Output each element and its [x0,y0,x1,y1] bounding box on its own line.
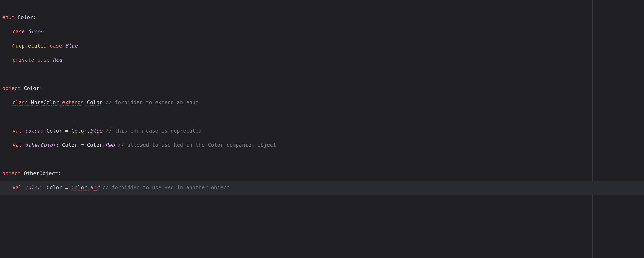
code-line[interactable]: val otherColor: Color = Color.Red // all… [0,138,644,152]
space [22,128,25,134]
enum-case: Blue [65,43,78,49]
space [59,142,62,148]
code-line[interactable]: enum Color: [0,10,644,25]
keyword-case: case [12,29,25,35]
code-line-current[interactable]: val color: Color = Color.Red // forbidde… [0,181,644,195]
comment: // allowed to use Red in the Color compa… [118,142,276,148]
colon: : [40,128,43,134]
space [78,142,80,148]
comment: // forbidden to use Red in another objec… [102,185,230,191]
enum-case: Green [28,29,43,35]
space [62,128,65,134]
space [102,128,106,134]
comment: // forbidden to extend an enum [106,99,198,105]
dot-warn: . [87,128,90,135]
keyword-enum: enum [2,15,14,21]
space-error [28,99,31,106]
space [44,185,46,191]
keyword-case: case [50,43,62,49]
qualifier: Color [87,142,102,148]
qualifier-warn: Color [72,128,87,135]
space [115,142,118,148]
equals: = [65,185,68,191]
type-ref: Color [46,128,62,134]
keyword-val: val [12,128,22,134]
space [68,185,71,191]
code-line-blank[interactable] [0,152,644,166]
colon: : [56,142,59,148]
keyword-private: private [12,57,34,63]
val-name: color [25,185,40,191]
keyword-extends-error: extends [62,99,84,106]
space-error [84,99,87,106]
space [46,43,50,49]
keyword-object: object [2,85,21,91]
space [21,85,24,91]
type-ref: Color [46,185,62,191]
comment: // this enum case is deprecated [106,128,202,134]
colon: : [33,15,36,21]
type-name: Color [18,15,33,21]
space [62,185,65,191]
space [102,99,106,105]
type-name: Color [24,85,39,91]
val-name: color [25,128,40,134]
code-line-blank[interactable] [0,67,644,81]
space [68,128,71,134]
code-line[interactable]: private case Red [0,53,644,67]
space [44,128,46,134]
keyword-val: val [12,185,22,191]
space [84,142,87,148]
enum-ref-deprecated: Blue [90,128,102,135]
space-error [59,99,62,106]
space [14,15,18,21]
dot-error: . [87,185,90,191]
enum-ref: Red [106,142,115,148]
code-line[interactable]: val color: Color = Color.Blue // this en… [0,124,644,138]
type-ref: Color [62,142,78,148]
val-name: otherColor [25,142,56,148]
colon: : [58,171,61,177]
keyword-object: object [2,171,21,177]
keyword-val: val [12,142,22,148]
enum-case: Red [53,57,62,63]
class-name-error: MoreColor [31,99,59,106]
enum-ref-error: Red [90,185,99,191]
code-line[interactable]: case Green [0,25,644,39]
equals: = [65,128,68,134]
space [22,142,25,148]
code-line-blank[interactable] [0,110,644,124]
qualifier-error: Color [72,185,87,191]
space [50,57,52,63]
base-type-error: Color [87,99,102,106]
equals: = [81,142,84,148]
code-line[interactable]: class MoreColor extends Color // forbidd… [0,95,644,110]
keyword-case: case [37,57,50,63]
space [34,57,37,63]
space [21,171,24,177]
type-name: OtherObject [24,171,58,177]
dot: . [102,142,106,148]
code-editor[interactable]: enum Color: case Green @deprecated case … [0,0,644,258]
space [25,29,28,35]
keyword-class-error: class [12,99,28,106]
space [62,43,65,49]
annotation-deprecated: @deprecated [12,43,46,49]
code-line[interactable]: object OtherObject: [0,166,644,181]
colon: : [40,185,43,191]
space [22,185,25,191]
colon: : [39,85,42,91]
code-line[interactable]: object Color: [0,81,644,95]
space [100,185,102,191]
code-line[interactable]: @deprecated case Blue [0,39,644,53]
